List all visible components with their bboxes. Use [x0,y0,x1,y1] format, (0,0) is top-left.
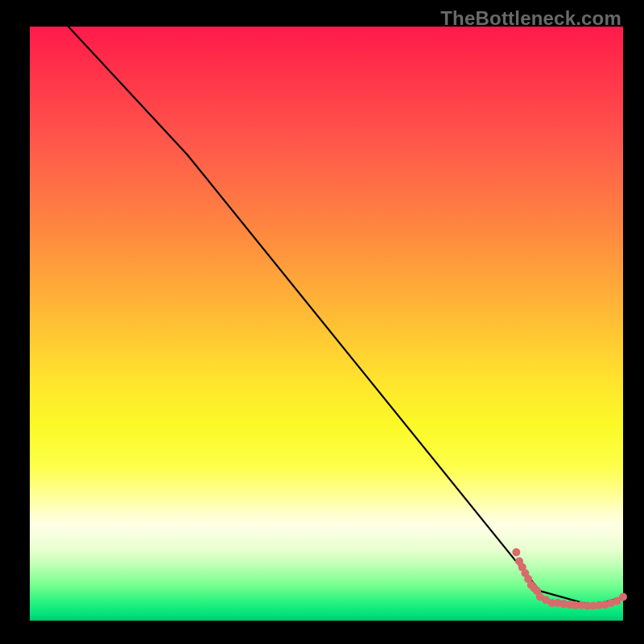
data-point [512,548,520,556]
data-point-group [512,548,627,609]
curve-line [68,27,623,606]
chart-svg [30,27,623,621]
data-point [619,593,627,601]
